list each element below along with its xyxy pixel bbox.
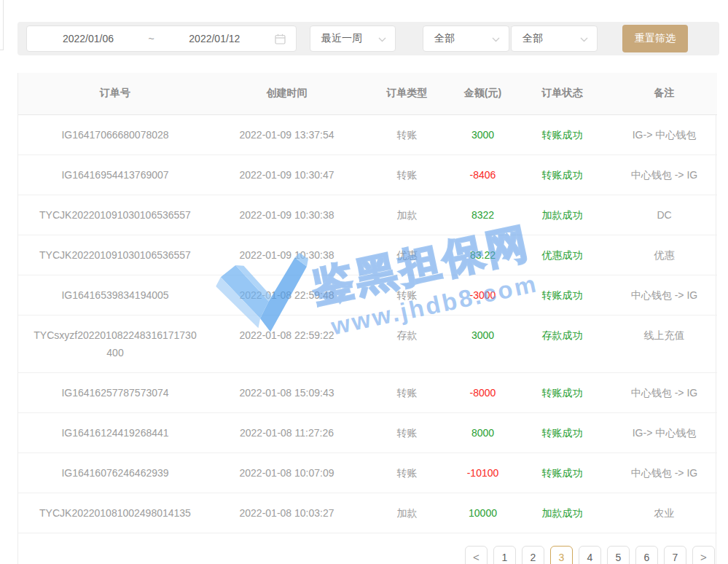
order-status-cell: 转账成功: [513, 275, 611, 315]
order-status-select[interactable]: 全部: [511, 26, 598, 52]
page-button-3[interactable]: 3: [550, 546, 573, 564]
table-row: TYCsxyzf2022010822483161717304002022-01-…: [18, 315, 717, 372]
created-at-cell: 2022-01-09 10:30:47: [212, 154, 361, 195]
order-status-cell: 转账成功: [513, 154, 611, 195]
order-no-cell: IG16416124419268441: [18, 412, 212, 453]
order-status-cell: 加款成功: [513, 195, 611, 235]
order-type-value: 全部: [434, 32, 455, 45]
order-status-cell: 转账成功: [513, 453, 611, 493]
order-type-cell: 存款: [361, 315, 453, 372]
column-header-2: 创建时间: [212, 73, 361, 114]
amount-cell: -8406: [453, 154, 513, 195]
remark-cell: 中心钱包 -> IG: [611, 372, 717, 412]
amount-cell: 3000: [453, 315, 513, 372]
date-separator: ~: [149, 33, 154, 44]
date-range-picker[interactable]: 2022/01/06 ~ 2022/01/12: [26, 26, 297, 52]
orders-table: 订单号创建时间订单类型金额(元)订单状态备注 IG164170666800780…: [18, 73, 717, 533]
order-no-cell: TYCJK202201081002498014135: [18, 493, 212, 533]
column-header-1: 订单号: [18, 73, 212, 114]
amount-cell: -3000: [453, 275, 513, 315]
amount-cell: 83.22: [453, 235, 513, 275]
column-header-6: 备注: [611, 73, 717, 114]
order-type-cell: 转账: [361, 275, 453, 315]
created-at-cell: 2022-01-08 10:07:09: [212, 453, 361, 493]
order-type-cell: 转账: [361, 412, 453, 453]
column-header-5: 订单状态: [513, 73, 611, 114]
created-at-cell: 2022-01-08 22:59:48: [212, 275, 361, 315]
order-no-cell: IG16416076246462939: [18, 453, 212, 493]
table-row: IG164165398341940052022-01-08 22:59:48转账…: [18, 275, 717, 315]
created-at-cell: 2022-01-08 10:03:27: [212, 493, 361, 533]
page-prev-button[interactable]: <: [465, 546, 488, 564]
table-row: IG164169544137690072022-01-09 10:30:47转账…: [18, 154, 717, 195]
order-type-cell: 转账: [361, 154, 453, 195]
page-button-2[interactable]: 2: [522, 546, 544, 564]
created-at-cell: 2022-01-09 10:30:38: [212, 235, 361, 275]
amount-cell: 8000: [453, 412, 513, 453]
chevron-down-icon: [378, 32, 386, 45]
amount-cell: -10100: [453, 453, 513, 493]
reset-filter-button[interactable]: 重置筛选: [622, 25, 688, 52]
page-next-button[interactable]: >: [692, 546, 715, 564]
order-type-cell: 转账: [361, 114, 453, 154]
filter-bar: 2022/01/06 ~ 2022/01/12 最近一周 全部: [17, 22, 719, 55]
amount-cell: -8000: [453, 372, 513, 412]
column-header-4: 金额(元): [453, 73, 513, 114]
date-preset-select[interactable]: 最近一周: [310, 26, 396, 52]
table-row: TYCJK2022010810024980141352022-01-08 10:…: [18, 493, 717, 533]
order-status-cell: 转账成功: [513, 114, 611, 154]
order-status-cell: 加款成功: [513, 493, 611, 533]
page-button-5[interactable]: 5: [607, 546, 630, 564]
remark-cell: 线上充值: [611, 315, 717, 372]
order-status-cell: 转账成功: [513, 412, 611, 453]
amount-cell: 3000: [453, 114, 513, 154]
order-type-cell: 优惠: [361, 235, 453, 275]
left-edge-panel-corner: [0, 0, 4, 50]
chevron-down-icon: [492, 32, 500, 45]
amount-cell: 8322: [453, 195, 513, 235]
orders-table-card: 订单号创建时间订单类型金额(元)订单状态备注 IG164170666800780…: [17, 73, 716, 564]
order-no-cell: IG16416539834194005: [18, 275, 212, 315]
order-status-cell: 优惠成功: [513, 235, 611, 275]
remark-cell: IG-> 中心钱包: [611, 114, 717, 154]
remark-cell: 优惠: [611, 235, 717, 275]
remark-cell: 中心钱包 -> IG: [611, 275, 717, 315]
order-type-cell: 加款: [361, 195, 453, 235]
order-status-value: 全部: [522, 32, 543, 45]
order-no-cell: TYCJK202201091030106536557: [18, 235, 212, 275]
table-row: TYCJK2022010910301065365572022-01-09 10:…: [18, 235, 717, 275]
order-status-cell: 存款成功: [513, 315, 611, 372]
table-row: IG164161244192684412022-01-08 11:27:26转账…: [18, 412, 717, 453]
page-button-4[interactable]: 4: [579, 546, 601, 564]
order-no-cell: IG16416954413769007: [18, 154, 212, 195]
page-button-1[interactable]: 1: [493, 546, 516, 564]
order-no-cell: IG16416257787573074: [18, 372, 212, 412]
order-type-cell: 转账: [361, 453, 453, 493]
amount-cell: 10000: [453, 493, 513, 533]
order-list-page: 2022/01/06 ~ 2022/01/12 最近一周 全部: [0, 0, 728, 564]
remark-cell: IG-> 中心钱包: [611, 412, 717, 453]
created-at-cell: 2022-01-08 15:09:43: [212, 372, 361, 412]
order-no-cell: TYCsxyzf202201082248316171730400: [18, 315, 212, 372]
order-type-cell: 加款: [361, 493, 453, 533]
date-start-value[interactable]: 2022/01/06: [37, 33, 139, 44]
order-type-select[interactable]: 全部: [423, 26, 509, 52]
pagination: <1234567>: [18, 546, 715, 564]
page-button-7[interactable]: 7: [664, 546, 686, 564]
table-row: IG164162577875730742022-01-08 15:09:43转账…: [18, 372, 717, 412]
order-no-cell: TYCJK202201091030106536557: [18, 195, 212, 235]
page-button-6[interactable]: 6: [635, 546, 658, 564]
created-at-cell: 2022-01-09 10:30:38: [212, 195, 361, 235]
calendar-icon: [275, 34, 286, 44]
table-header-row: 订单号创建时间订单类型金额(元)订单状态备注: [18, 73, 717, 114]
table-row: IG164170666800780282022-01-09 13:37:54转账…: [18, 114, 717, 154]
date-preset-value: 最近一周: [321, 32, 362, 45]
created-at-cell: 2022-01-09 13:37:54: [212, 114, 361, 154]
order-no-cell: IG16417066680078028: [18, 114, 212, 154]
remark-cell: 中心钱包 -> IG: [611, 154, 717, 195]
created-at-cell: 2022-01-08 11:27:26: [212, 412, 361, 453]
created-at-cell: 2022-01-08 22:59:22: [212, 315, 361, 372]
date-end-value[interactable]: 2022/01/12: [163, 33, 265, 44]
table-row: TYCJK2022010910301065365572022-01-09 10:…: [18, 195, 717, 235]
chevron-down-icon: [580, 32, 588, 45]
